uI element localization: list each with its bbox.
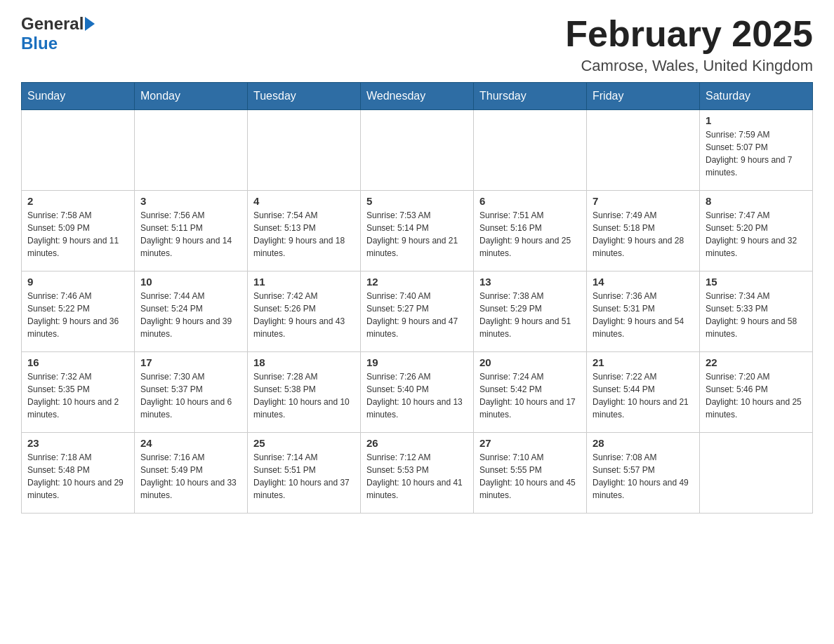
day-number: 24 xyxy=(140,437,241,449)
day-info: Sunrise: 7:18 AMSunset: 5:48 PMDaylight:… xyxy=(27,451,128,502)
calendar-cell: 11Sunrise: 7:42 AMSunset: 5:26 PMDayligh… xyxy=(248,271,361,352)
calendar-cell xyxy=(135,110,248,191)
calendar-header-wednesday: Wednesday xyxy=(361,83,474,110)
day-info: Sunrise: 7:24 AMSunset: 5:42 PMDaylight:… xyxy=(479,370,581,421)
day-info: Sunrise: 7:12 AMSunset: 5:53 PMDaylight:… xyxy=(366,451,468,502)
day-info: Sunrise: 7:14 AMSunset: 5:51 PMDaylight:… xyxy=(253,451,355,502)
day-info: Sunrise: 7:40 AMSunset: 5:27 PMDaylight:… xyxy=(366,290,468,340)
page-title: February 2025 xyxy=(565,14,813,54)
day-info: Sunrise: 7:49 AMSunset: 5:18 PMDaylight:… xyxy=(593,209,694,260)
day-info: Sunrise: 7:32 AMSunset: 5:35 PMDaylight:… xyxy=(27,370,128,421)
calendar-header-saturday: Saturday xyxy=(700,83,813,110)
calendar-cell: 5Sunrise: 7:53 AMSunset: 5:14 PMDaylight… xyxy=(361,191,474,271)
day-info: Sunrise: 7:51 AMSunset: 5:16 PMDaylight:… xyxy=(479,209,581,260)
calendar-week-5: 23Sunrise: 7:18 AMSunset: 5:48 PMDayligh… xyxy=(22,433,813,514)
day-number: 15 xyxy=(706,276,807,288)
calendar-cell xyxy=(361,110,474,191)
calendar-cell xyxy=(474,110,587,191)
calendar-cell: 6Sunrise: 7:51 AMSunset: 5:16 PMDaylight… xyxy=(474,191,587,271)
calendar-cell: 14Sunrise: 7:36 AMSunset: 5:31 PMDayligh… xyxy=(587,271,700,352)
calendar-cell xyxy=(587,110,700,191)
page-header: General Blue February 2025 Camrose, Wale… xyxy=(21,14,813,75)
calendar-cell: 3Sunrise: 7:56 AMSunset: 5:11 PMDaylight… xyxy=(135,191,248,271)
day-info: Sunrise: 7:38 AMSunset: 5:29 PMDaylight:… xyxy=(479,290,581,340)
day-number: 25 xyxy=(253,437,355,449)
calendar-table: SundayMondayTuesdayWednesdayThursdayFrid… xyxy=(21,82,813,514)
logo: General Blue xyxy=(21,14,96,53)
day-info: Sunrise: 7:46 AMSunset: 5:22 PMDaylight:… xyxy=(27,290,128,340)
calendar-header-friday: Friday xyxy=(587,83,700,110)
calendar-cell: 9Sunrise: 7:46 AMSunset: 5:22 PMDaylight… xyxy=(22,271,135,352)
calendar-cell: 12Sunrise: 7:40 AMSunset: 5:27 PMDayligh… xyxy=(361,271,474,352)
calendar-week-4: 16Sunrise: 7:32 AMSunset: 5:35 PMDayligh… xyxy=(22,352,813,433)
day-info: Sunrise: 7:59 AMSunset: 5:07 PMDaylight:… xyxy=(706,128,807,179)
calendar-cell: 25Sunrise: 7:14 AMSunset: 5:51 PMDayligh… xyxy=(248,433,361,514)
day-number: 7 xyxy=(593,195,694,207)
day-number: 18 xyxy=(253,356,355,368)
calendar-header-monday: Monday xyxy=(135,83,248,110)
calendar-cell: 21Sunrise: 7:22 AMSunset: 5:44 PMDayligh… xyxy=(587,352,700,433)
day-info: Sunrise: 7:53 AMSunset: 5:14 PMDaylight:… xyxy=(366,209,468,260)
day-number: 4 xyxy=(253,195,355,207)
day-info: Sunrise: 7:56 AMSunset: 5:11 PMDaylight:… xyxy=(140,209,241,260)
day-number: 2 xyxy=(27,195,128,207)
day-info: Sunrise: 7:58 AMSunset: 5:09 PMDaylight:… xyxy=(27,209,128,260)
day-number: 16 xyxy=(27,356,128,368)
day-info: Sunrise: 7:44 AMSunset: 5:24 PMDaylight:… xyxy=(140,290,241,340)
day-number: 23 xyxy=(27,437,128,449)
day-number: 17 xyxy=(140,356,241,368)
calendar-cell: 24Sunrise: 7:16 AMSunset: 5:49 PMDayligh… xyxy=(135,433,248,514)
calendar-cell xyxy=(700,433,813,514)
day-number: 13 xyxy=(479,276,581,288)
day-number: 21 xyxy=(593,356,694,368)
day-number: 19 xyxy=(366,356,468,368)
calendar-cell: 23Sunrise: 7:18 AMSunset: 5:48 PMDayligh… xyxy=(22,433,135,514)
day-number: 20 xyxy=(479,356,581,368)
day-number: 12 xyxy=(366,276,468,288)
day-info: Sunrise: 7:10 AMSunset: 5:55 PMDaylight:… xyxy=(479,451,581,502)
day-number: 5 xyxy=(366,195,468,207)
day-info: Sunrise: 7:26 AMSunset: 5:40 PMDaylight:… xyxy=(366,370,468,421)
calendar-cell: 18Sunrise: 7:28 AMSunset: 5:38 PMDayligh… xyxy=(248,352,361,433)
day-info: Sunrise: 7:54 AMSunset: 5:13 PMDaylight:… xyxy=(253,209,355,260)
day-number: 27 xyxy=(479,437,581,449)
calendar-week-1: 1Sunrise: 7:59 AMSunset: 5:07 PMDaylight… xyxy=(22,110,813,191)
calendar-cell: 15Sunrise: 7:34 AMSunset: 5:33 PMDayligh… xyxy=(700,271,813,352)
day-info: Sunrise: 7:22 AMSunset: 5:44 PMDaylight:… xyxy=(593,370,694,421)
calendar-cell: 1Sunrise: 7:59 AMSunset: 5:07 PMDaylight… xyxy=(700,110,813,191)
day-number: 26 xyxy=(366,437,468,449)
day-info: Sunrise: 7:28 AMSunset: 5:38 PMDaylight:… xyxy=(253,370,355,421)
calendar-cell xyxy=(22,110,135,191)
calendar-header-tuesday: Tuesday xyxy=(248,83,361,110)
day-number: 3 xyxy=(140,195,241,207)
calendar-header-row: SundayMondayTuesdayWednesdayThursdayFrid… xyxy=(22,83,813,110)
calendar-cell: 19Sunrise: 7:26 AMSunset: 5:40 PMDayligh… xyxy=(361,352,474,433)
day-info: Sunrise: 7:08 AMSunset: 5:57 PMDaylight:… xyxy=(593,451,694,502)
logo-blue-text: Blue xyxy=(21,34,58,53)
day-number: 9 xyxy=(27,276,128,288)
calendar-header-thursday: Thursday xyxy=(474,83,587,110)
page-subtitle: Camrose, Wales, United Kingdom xyxy=(565,57,813,75)
logo-general-text: General xyxy=(21,14,84,34)
day-number: 14 xyxy=(593,276,694,288)
day-info: Sunrise: 7:20 AMSunset: 5:46 PMDaylight:… xyxy=(706,370,807,421)
day-info: Sunrise: 7:36 AMSunset: 5:31 PMDaylight:… xyxy=(593,290,694,340)
calendar-cell: 26Sunrise: 7:12 AMSunset: 5:53 PMDayligh… xyxy=(361,433,474,514)
calendar-week-3: 9Sunrise: 7:46 AMSunset: 5:22 PMDaylight… xyxy=(22,271,813,352)
calendar-week-2: 2Sunrise: 7:58 AMSunset: 5:09 PMDaylight… xyxy=(22,191,813,271)
calendar-cell: 8Sunrise: 7:47 AMSunset: 5:20 PMDaylight… xyxy=(700,191,813,271)
day-number: 6 xyxy=(479,195,581,207)
day-number: 28 xyxy=(593,437,694,449)
title-area: February 2025 Camrose, Wales, United Kin… xyxy=(565,14,813,75)
calendar-cell: 22Sunrise: 7:20 AMSunset: 5:46 PMDayligh… xyxy=(700,352,813,433)
day-number: 10 xyxy=(140,276,241,288)
day-number: 1 xyxy=(706,114,807,126)
calendar-cell: 28Sunrise: 7:08 AMSunset: 5:57 PMDayligh… xyxy=(587,433,700,514)
calendar-cell: 27Sunrise: 7:10 AMSunset: 5:55 PMDayligh… xyxy=(474,433,587,514)
calendar-cell: 20Sunrise: 7:24 AMSunset: 5:42 PMDayligh… xyxy=(474,352,587,433)
day-info: Sunrise: 7:30 AMSunset: 5:37 PMDaylight:… xyxy=(140,370,241,421)
calendar-header-sunday: Sunday xyxy=(22,83,135,110)
calendar-cell: 17Sunrise: 7:30 AMSunset: 5:37 PMDayligh… xyxy=(135,352,248,433)
calendar-cell: 2Sunrise: 7:58 AMSunset: 5:09 PMDaylight… xyxy=(22,191,135,271)
logo-triangle-icon xyxy=(85,17,95,31)
